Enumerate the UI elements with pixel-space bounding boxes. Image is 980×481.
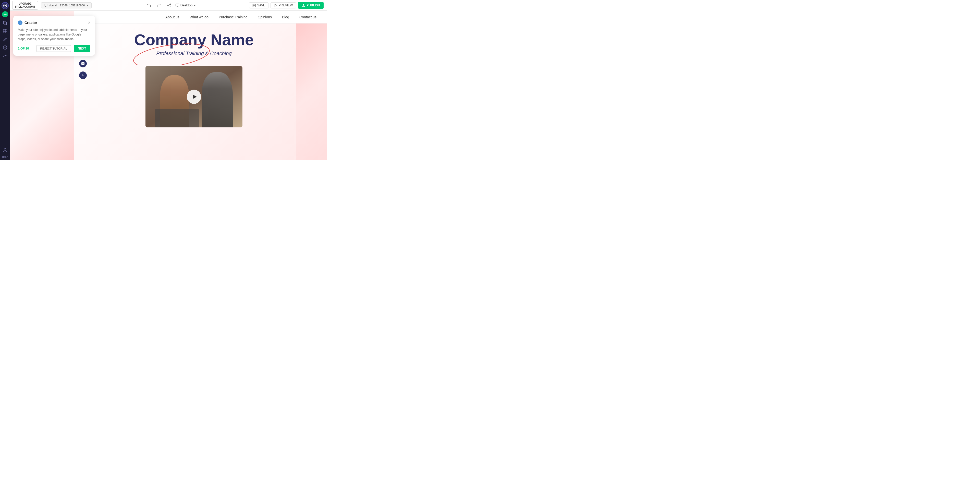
youtube-icon — [81, 62, 85, 65]
domain-text: domain_22348_1652190986 — [49, 4, 85, 7]
panel-left: i Creator × Make your site enjoyable and… — [10, 11, 74, 160]
svg-point-10 — [170, 3, 171, 4]
upgrade-button[interactable]: UPGRADE FREE ACCOUNT — [12, 1, 38, 10]
sidebar-item-edit[interactable] — [2, 36, 9, 43]
logo-icon — [3, 3, 7, 8]
elements-icon — [3, 29, 7, 33]
svg-rect-3 — [4, 22, 6, 25]
svg-rect-15 — [253, 5, 255, 6]
info-icon: i — [18, 21, 22, 25]
main-area: UPGRADE FREE ACCOUNT domain_22348_165219… — [10, 0, 327, 160]
tooltip-body: Make your site enjoyable and add element… — [18, 27, 90, 41]
nav-purchase-training[interactable]: Purchase Training — [219, 15, 248, 19]
device-label: Desktop — [180, 3, 192, 7]
svg-text:h: h — [82, 74, 83, 77]
sidebar-item-account[interactable] — [2, 147, 9, 154]
analytics-icon — [3, 53, 7, 58]
svg-rect-13 — [176, 4, 179, 6]
sidebar-item-elements[interactable] — [2, 27, 9, 35]
topbar-left: UPGRADE FREE ACCOUNT domain_22348_165219… — [10, 1, 92, 10]
play-icon — [192, 94, 197, 100]
preview-panel: About us What we do Purchase Training Op… — [74, 11, 327, 160]
next-button[interactable]: NEXT — [74, 45, 90, 52]
svg-rect-5 — [5, 29, 7, 31]
svg-point-11 — [167, 5, 168, 6]
svg-marker-16 — [275, 4, 277, 6]
play-button[interactable] — [187, 89, 201, 104]
monitor-icon — [44, 3, 48, 7]
nav-what-we-do[interactable]: What we do — [189, 15, 208, 19]
video-thumbnail[interactable] — [145, 66, 242, 127]
sidebar-item-pages[interactable] — [2, 19, 9, 27]
tooltip-close-button[interactable]: × — [88, 21, 90, 25]
topbar-center: Desktop — [92, 2, 249, 8]
redo-icon — [157, 3, 161, 7]
svg-point-1 — [5, 5, 6, 6]
nav-blog[interactable]: Blog — [282, 15, 289, 19]
undo-button[interactable] — [145, 2, 153, 8]
undo-icon — [147, 3, 151, 7]
nav-about-us[interactable]: About us — [165, 15, 180, 19]
chevron-down-icon — [86, 4, 89, 6]
company-name: Company Name — [134, 31, 254, 48]
preview-button[interactable]: PREVIEW — [270, 2, 296, 8]
content-area: i Creator × Make your site enjoyable and… — [10, 11, 327, 160]
account-icon — [3, 148, 7, 153]
houzz-icon: h — [81, 73, 85, 77]
svg-point-8 — [4, 148, 6, 150]
add-element-button[interactable] — [2, 11, 8, 18]
redo-button[interactable] — [155, 2, 163, 8]
svg-marker-20 — [193, 95, 197, 99]
domain-badge[interactable]: domain_22348_1652190986 — [41, 2, 92, 8]
device-switcher[interactable]: Desktop — [175, 3, 196, 7]
save-icon — [252, 3, 256, 7]
topbar: UPGRADE FREE ACCOUNT domain_22348_165219… — [10, 0, 327, 11]
publish-button[interactable]: PUBLISH — [298, 2, 324, 9]
site-right-gradient — [296, 24, 327, 160]
save-button[interactable]: SAVE — [249, 2, 269, 8]
nav-opinions[interactable]: Opinions — [258, 15, 272, 19]
design-icon — [3, 45, 7, 50]
sidebar: HELP — [0, 0, 10, 160]
tutorial-tooltip: i Creator × Make your site enjoyable and… — [13, 16, 95, 56]
site-content: in h — [74, 24, 327, 160]
sidebar-item-analytics[interactable] — [2, 52, 9, 59]
houzz-button[interactable]: h — [79, 72, 87, 79]
svg-rect-4 — [3, 29, 5, 31]
site-nav: About us What we do Purchase Training Op… — [74, 11, 327, 24]
svg-point-12 — [170, 6, 171, 7]
svg-rect-7 — [5, 32, 7, 33]
tooltip-header: i Creator × — [18, 21, 90, 25]
nav-contact-us[interactable]: Contact us — [299, 15, 317, 19]
tooltip-footer: 1 OF 10 REJECT TUTORIAL NEXT — [18, 45, 90, 52]
sidebar-logo — [2, 2, 9, 9]
plus-icon — [3, 13, 7, 16]
device-chevron-icon — [193, 4, 196, 6]
svg-rect-9 — [44, 4, 47, 6]
company-subtitle: Professional Training & Coaching — [156, 51, 231, 56]
help-label: HELP — [2, 156, 8, 158]
share-icon — [167, 3, 171, 7]
publish-icon — [302, 3, 305, 7]
preview-icon — [274, 3, 277, 7]
tooltip-title: i Creator — [18, 21, 37, 25]
reject-tutorial-button[interactable]: REJECT TUTORIAL — [36, 45, 71, 52]
topbar-right: SAVE PREVIEW PUBLISH — [249, 2, 327, 9]
sidebar-item-design[interactable] — [2, 44, 9, 51]
pages-icon — [3, 21, 7, 25]
site-main: Company Name Professional Training & Coa… — [92, 24, 296, 160]
svg-rect-6 — [3, 32, 5, 33]
step-count: 1 OF 10 — [18, 47, 29, 50]
desktop-icon — [175, 3, 180, 7]
share-button[interactable] — [165, 2, 173, 8]
youtube-button[interactable] — [79, 60, 87, 67]
edit-icon — [3, 37, 7, 41]
svg-rect-2 — [3, 21, 6, 24]
